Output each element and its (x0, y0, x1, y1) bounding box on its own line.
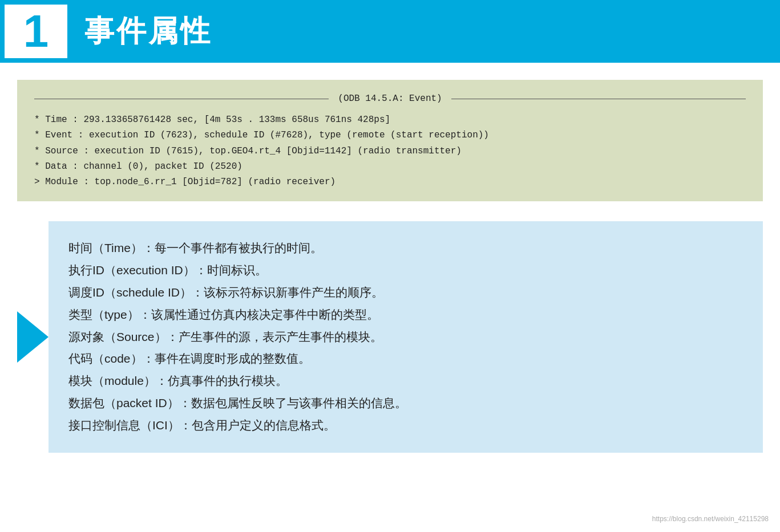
number-box: 1 (5, 5, 67, 58)
divider-line-left (34, 99, 329, 99)
header-section: 1 事件属性 (0, 0, 780, 63)
code-divider: (ODB 14.5.A: Event) (34, 91, 746, 107)
description-box: 时间（Time）：每一个事件都有被执行的时间。 执行ID（execution I… (49, 221, 763, 453)
arrow-container (17, 221, 49, 453)
watermark: https://blog.csdn.net/weixin_42115298 (652, 515, 769, 523)
desc-item-6: 代码（code）：事件在调度时形成的整数值。 (68, 348, 743, 370)
arrow-icon (17, 311, 49, 363)
code-line-5: > Module : top.node_6.rr_1 [Objid=782] (… (34, 174, 746, 190)
code-line-2: * Event : execution ID (7623), schedule … (34, 128, 746, 143)
code-line-4: * Data : channel (0), packet ID (2520) (34, 159, 746, 174)
desc-item-3: 调度ID（schedule ID）：该标示符标识新事件产生的顺序。 (68, 282, 743, 304)
desc-item-8: 数据包（packet ID）：数据包属性反映了与该事件相关的信息。 (68, 392, 743, 415)
desc-item-5: 源对象（Source）：产生事件的源，表示产生事件的模块。 (68, 326, 743, 348)
desc-item-9: 接口控制信息（ICI）：包含用户定义的信息格式。 (68, 415, 743, 437)
divider-line-right (451, 99, 746, 99)
code-block: (ODB 14.5.A: Event) * Time : 293.1336587… (17, 80, 763, 201)
desc-item-1: 时间（Time）：每一个事件都有被执行的时间。 (68, 237, 743, 259)
desc-item-2: 执行ID（execution ID）：时间标识。 (68, 259, 743, 282)
code-line-1: * Time : 293.133658761428 sec, [4m 53s .… (34, 112, 746, 128)
desc-item-7: 模块（module）：仿真事件的执行模块。 (68, 370, 743, 392)
code-line-3: * Source : execution ID (7615), top.GEO4… (34, 144, 746, 159)
description-container: 时间（Time）：每一个事件都有被执行的时间。 执行ID（execution I… (17, 221, 763, 453)
desc-item-4: 类型（type）：该属性通过仿真内核决定事件中断的类型。 (68, 304, 743, 326)
section-number: 1 (23, 9, 49, 54)
page-title: 事件属性 (67, 0, 212, 63)
code-block-title: (ODB 14.5.A: Event) (329, 91, 451, 107)
